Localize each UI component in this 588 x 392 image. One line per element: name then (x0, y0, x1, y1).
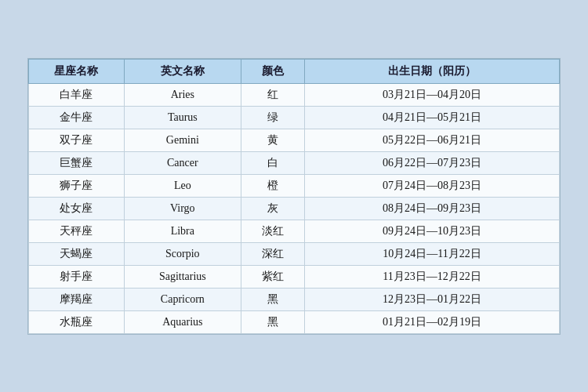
cell-english: Leo (124, 174, 241, 197)
cell-english: Libra (124, 220, 241, 242)
header-date: 出生日期（阳历） (305, 59, 560, 83)
cell-english: Aries (124, 83, 241, 106)
cell-english: Scorpio (124, 242, 241, 265)
table-row: 双子座Gemini黄05月22日—06月21日 (29, 129, 560, 151)
cell-english: Gemini (124, 129, 241, 151)
cell-color: 淡红 (241, 220, 304, 242)
zodiac-table: 星座名称 英文名称 颜色 出生日期（阳历） 白羊座Aries红03月21日—04… (28, 59, 560, 334)
cell-color: 深红 (241, 242, 304, 265)
cell-date: 05月22日—06月21日 (305, 129, 560, 151)
table-row: 天蝎座Scorpio深红10月24日—11月22日 (29, 242, 560, 265)
cell-english: Taurus (124, 106, 241, 129)
table-row: 白羊座Aries红03月21日—04月20日 (29, 83, 560, 106)
cell-date: 06月22日—07月23日 (305, 151, 560, 174)
cell-chinese: 双子座 (29, 129, 125, 151)
cell-chinese: 天秤座 (29, 220, 125, 242)
cell-chinese: 摩羯座 (29, 288, 125, 310)
table-body: 白羊座Aries红03月21日—04月20日金牛座Taurus绿04月21日—0… (29, 83, 560, 333)
cell-chinese: 金牛座 (29, 106, 125, 129)
cell-date: 10月24日—11月22日 (305, 242, 560, 265)
header-english: 英文名称 (124, 59, 241, 83)
cell-color: 橙 (241, 174, 304, 197)
table-row: 狮子座Leo橙07月24日—08月23日 (29, 174, 560, 197)
cell-color: 白 (241, 151, 304, 174)
cell-chinese: 白羊座 (29, 83, 125, 106)
cell-english: Sagittarius (124, 265, 241, 288)
cell-chinese: 狮子座 (29, 174, 125, 197)
cell-color: 黄 (241, 129, 304, 151)
cell-date: 11月23日—12月22日 (305, 265, 560, 288)
cell-english: Cancer (124, 151, 241, 174)
table-row: 射手座Sagittarius紫红11月23日—12月22日 (29, 265, 560, 288)
table-header-row: 星座名称 英文名称 颜色 出生日期（阳历） (29, 59, 560, 83)
cell-chinese: 射手座 (29, 265, 125, 288)
cell-chinese: 处女座 (29, 197, 125, 220)
cell-color: 红 (241, 83, 304, 106)
cell-date: 07月24日—08月23日 (305, 174, 560, 197)
cell-date: 03月21日—04月20日 (305, 83, 560, 106)
zodiac-table-container: 星座名称 英文名称 颜色 出生日期（阳历） 白羊座Aries红03月21日—04… (27, 58, 561, 335)
table-row: 巨蟹座Cancer白06月22日—07月23日 (29, 151, 560, 174)
cell-color: 黑 (241, 310, 304, 333)
cell-english: Aquarius (124, 310, 241, 333)
cell-english: Virgo (124, 197, 241, 220)
table-row: 水瓶座Aquarius黑01月21日—02月19日 (29, 310, 560, 333)
table-row: 处女座Virgo灰08月24日—09月23日 (29, 197, 560, 220)
header-color: 颜色 (241, 59, 304, 83)
cell-chinese: 天蝎座 (29, 242, 125, 265)
cell-date: 09月24日—10月23日 (305, 220, 560, 242)
table-row: 摩羯座Capricorn黑12月23日—01月22日 (29, 288, 560, 310)
table-row: 天秤座Libra淡红09月24日—10月23日 (29, 220, 560, 242)
cell-color: 紫红 (241, 265, 304, 288)
cell-english: Capricorn (124, 288, 241, 310)
cell-chinese: 巨蟹座 (29, 151, 125, 174)
cell-date: 08月24日—09月23日 (305, 197, 560, 220)
cell-date: 04月21日—05月21日 (305, 106, 560, 129)
cell-date: 01月21日—02月19日 (305, 310, 560, 333)
cell-color: 黑 (241, 288, 304, 310)
table-row: 金牛座Taurus绿04月21日—05月21日 (29, 106, 560, 129)
header-chinese: 星座名称 (29, 59, 125, 83)
cell-color: 灰 (241, 197, 304, 220)
cell-date: 12月23日—01月22日 (305, 288, 560, 310)
cell-color: 绿 (241, 106, 304, 129)
cell-chinese: 水瓶座 (29, 310, 125, 333)
